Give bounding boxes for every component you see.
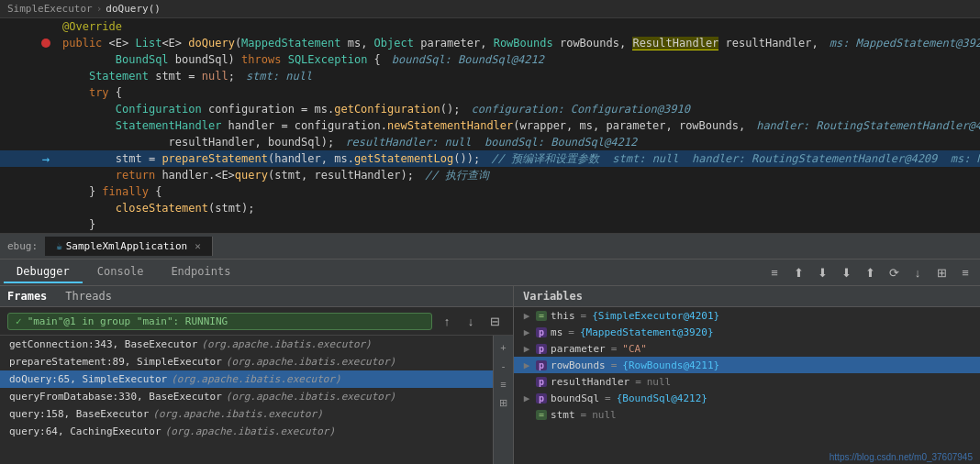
tab-endpoints[interactable]: Endpoints [158,261,243,283]
code-line-try: try { [0,84,980,101]
var-name: boundSql [551,392,599,404]
debug-area: ebug: ☕ SampleXmlApplication ✕ Debugger … [0,234,980,464]
hint-prepare: // 预编译和设置参数 stmt: null handler: RoutingS… [491,151,980,167]
file-tab-sample[interactable]: ☕ SampleXmlApplication ✕ [45,237,213,256]
toolbar-btn-up[interactable]: ⬆ [787,262,809,282]
var-expand[interactable]: ▶ [521,392,532,404]
var-expand[interactable]: ▶ [521,359,532,371]
code-line-return: return handler.<E> query (stmt, resultHa… [0,167,980,183]
breadcrumb-class: SimpleExecutor [7,3,93,15]
code-content-close: closeStatement (stmt); [55,202,980,215]
vars-header: Variables [514,286,980,307]
code-content-resulthandler: resultHandler, boundSql); resultHandler:… [55,136,980,149]
toolbar-btn-up2[interactable]: ⬆ [859,262,881,282]
frame-item[interactable]: doQuery:65, SimpleExecutor (org.apache.i… [0,370,493,388]
var-item[interactable]: ▶ p rowBounds = {RowBounds@4211} [514,357,980,373]
toolbar-btn-menu[interactable]: ≡ [763,262,785,282]
debug-marker-breakpoint[interactable] [37,39,55,48]
method-doquery: doQuery [188,37,235,50]
code-content-try: try { [55,86,980,99]
method-close: closeStatement [116,202,208,215]
var-expand[interactable]: ▶ [521,326,532,338]
toolbar-btn-refresh[interactable]: ⟳ [883,262,905,282]
frame-item[interactable]: query:158, BaseExecutor (org.apache.ibat… [0,405,493,423]
frame-class: (org.apache.ibatis.executor) [171,373,340,385]
brace-open: { [367,53,380,66]
method-query: query [235,169,268,182]
kw-throws: throws [241,53,288,66]
thread-down-btn[interactable]: ↓ [460,311,482,331]
text-rowbounds: rowBounds, [553,37,633,50]
tab-console[interactable]: Console [84,261,157,283]
panel-header: Frames Threads [0,286,513,307]
text-result: resultHandler, [718,37,818,50]
var-expand[interactable]: ▶ [521,310,532,322]
thread-selector: ✓ "main"@1 in group "main": RUNNING ↑ ↓ … [0,307,513,336]
var-eq: = [611,343,618,355]
frame-item[interactable]: getConnection:343, BaseExecutor (org.apa… [0,336,493,353]
frame-item[interactable]: query:64, CachingExecutor (org.apache.ib… [0,423,493,440]
toolbar-btn-down2[interactable]: ⬇ [835,262,857,282]
indent [62,70,89,83]
header-threads[interactable]: Threads [65,290,112,303]
check-icon: ✓ [16,315,22,327]
thread-running-label: ✓ "main"@1 in group "main": RUNNING [7,313,432,330]
var-item[interactable]: = stmt = null [514,406,980,423]
side-btn-4[interactable]: ⊞ [496,394,512,411]
code-content-doquery: public <E> List <E> doQuery ( MappedStat… [55,37,980,50]
var-item[interactable]: ▶ = this = {SimpleExecutor@4201} [514,307,980,324]
breakpoint-dot[interactable] [41,39,50,48]
close-icon[interactable]: ✕ [195,240,201,252]
frame-method: doQuery:65, SimpleExecutor [9,373,167,385]
text-rh: resultHandler, boundSql); [169,136,335,149]
var-name: parameter [551,343,606,355]
hint-handler: handler: RoutingStatementHandler@426 [756,119,980,132]
var-expand[interactable]: ▶ [521,343,532,355]
kw-try: try [89,86,109,99]
paren5: ()); [453,152,480,165]
var-type-p: p [536,377,547,387]
var-value: {MappedStatement@3920} [580,326,714,338]
file-tab-name: SampleXmlApplication [66,240,187,252]
tab-debugger[interactable]: Debugger [4,261,83,283]
frame-item[interactable]: prepareStatement:89, SimpleExecutor (org… [0,353,493,370]
var-eq: = [635,376,641,388]
var-item[interactable]: ▶ p boundSql = {BoundSql@4212} [514,390,980,406]
side-btn-2[interactable]: - [496,358,512,374]
code-content-finally: } finally { [55,185,980,198]
brace-open2: { [149,185,161,198]
toolbar-btn-step[interactable]: ↓ [907,262,929,282]
frame-item[interactable]: queryFromDatabase:330, BaseExecutor (org… [0,388,493,405]
thread-filter-btn[interactable]: ⊟ [484,311,506,331]
breadcrumb-separator: › [96,3,103,15]
var-name: resultHandler [551,376,629,388]
kw-return: return [116,169,162,182]
brace-close: } [89,185,102,198]
breadcrumb-method: doQuery() [106,3,161,15]
code-line-close: closeStatement (stmt); [0,200,980,216]
debug-label: ebug: [0,237,45,256]
var-item[interactable]: ▶ p ms = {MappedStatement@3920} [514,324,980,340]
hint-stmt: stmt: null [246,70,312,83]
paren4: (handler, ms. [268,152,354,165]
side-btn-3[interactable]: ≡ [496,376,512,392]
header-frames[interactable]: Frames [7,290,47,303]
side-btn-1[interactable]: + [496,339,512,356]
var-value: "CA" [622,343,647,355]
thread-up-btn[interactable]: ↑ [436,311,458,331]
paren6: (stmt, resultHandler); [268,169,414,182]
frame-class: (org.apache.ibatis.executor) [165,425,335,437]
var-item[interactable]: p resultHandler = null [514,373,980,390]
code-content: @Override [55,20,980,33]
debug-marker-arrow: → [37,151,55,166]
frame-method: queryFromDatabase:330, BaseExecutor [9,391,222,403]
indent [62,202,116,215]
var-item[interactable]: ▶ p parameter = "CA" [514,340,980,357]
toolbar-btn-list[interactable]: ≡ [954,262,976,282]
toolbar-btn-grid[interactable]: ⊞ [930,262,952,282]
toolbar-btn-down[interactable]: ⬇ [811,262,833,282]
paren: ( [235,37,241,50]
frame-method: getConnection:343, BaseExecutor [9,338,197,350]
var-eq: = [568,326,574,338]
code-editor: @Override public <E> List <E> doQuery ( … [0,18,980,234]
